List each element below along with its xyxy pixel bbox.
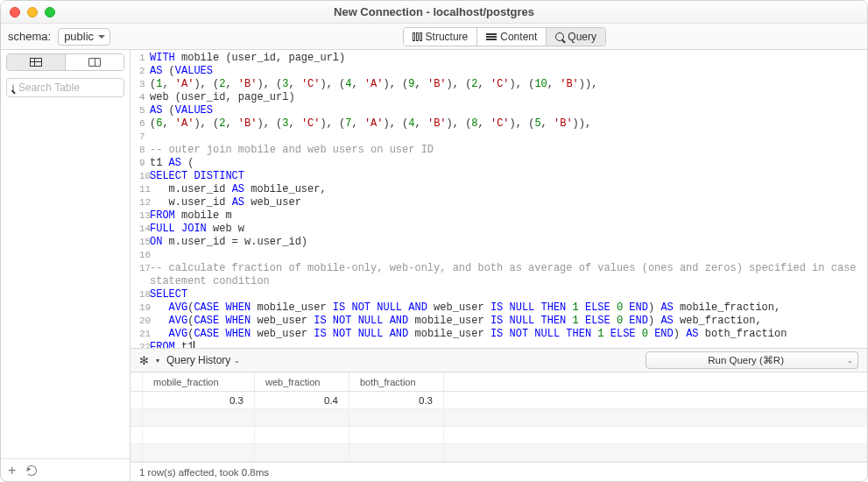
code-content[interactable]: SELECT DISTINCT — [150, 170, 867, 183]
table-icon — [30, 58, 42, 67]
sql-editor[interactable]: 1WITH mobile (user_id, page_url)2AS (VAL… — [131, 50, 867, 348]
sidebar-footer: + — [1, 458, 130, 481]
code-line[interactable]: 12 w.user_id AS web_user — [131, 196, 867, 209]
code-content[interactable]: web (user_id, page_url) — [150, 91, 867, 104]
code-content[interactable]: AVG(CASE WHEN web_user IS NOT NULL AND m… — [150, 328, 867, 341]
tab-content[interactable]: Content — [477, 28, 547, 46]
content-area: 1WITH mobile (user_id, page_url)2AS (VAL… — [131, 50, 867, 481]
code-content[interactable]: AS (VALUES — [150, 65, 867, 78]
tab-structure[interactable]: Structure — [404, 28, 478, 46]
code-content[interactable]: t1 AS ( — [150, 157, 867, 170]
query-history-label: Query History — [166, 354, 230, 366]
tab-query[interactable]: Query — [547, 28, 605, 46]
line-number: 7 — [131, 131, 150, 144]
table-cell[interactable]: 0.3 — [349, 392, 444, 408]
code-line[interactable]: 1WITH mobile (user_id, page_url) — [131, 52, 867, 65]
view-segment: Structure Content Query — [403, 27, 606, 46]
query-icon — [555, 32, 564, 41]
code-content[interactable]: FULL JOIN web w — [150, 223, 867, 236]
line-number: 19 — [131, 301, 150, 315]
code-line[interactable]: 14FULL JOIN web w — [131, 223, 867, 236]
code-line[interactable]: 20 AVG(CASE WHEN web_user IS NOT NULL AN… — [131, 315, 867, 328]
code-line[interactable]: 9t1 AS ( — [131, 157, 867, 170]
code-content[interactable]: (1, 'A'), (2, 'B'), (3, 'C'), (4, 'A'), … — [150, 78, 867, 91]
code-content[interactable]: SELECT — [150, 288, 867, 301]
code-line[interactable]: 19 AVG(CASE WHEN mobile_user IS NOT NULL… — [131, 301, 867, 315]
results-body: 0.30.40.3 — [131, 392, 867, 462]
search-icon — [12, 84, 14, 92]
code-line[interactable]: 15ON m.user_id = w.user_id) — [131, 236, 867, 249]
code-content[interactable]: AVG(CASE WHEN mobile_user IS NOT NULL AN… — [150, 301, 867, 315]
code-content[interactable]: -- outer join mobile and web users on us… — [150, 144, 867, 157]
code-content[interactable]: (6, 'A'), (2, 'B'), (3, 'C'), (7, 'A'), … — [150, 117, 867, 131]
code-content[interactable]: AS (VALUES — [150, 104, 867, 117]
refresh-button[interactable] — [26, 465, 37, 476]
add-button[interactable]: + — [8, 464, 16, 478]
code-line[interactable]: 2AS (VALUES — [131, 65, 867, 78]
chevron-down-icon[interactable]: ▾ — [156, 357, 159, 365]
close-icon[interactable] — [10, 7, 20, 18]
code-content[interactable]: FROM mobile m — [150, 209, 867, 223]
table-cell[interactable]: 0.3 — [143, 392, 255, 408]
line-number: 2 — [131, 65, 150, 78]
code-line[interactable]: 10SELECT DISTINCT — [131, 170, 867, 183]
sidebar-content — [1, 103, 130, 458]
sidebar-tab-bookmarks[interactable] — [65, 54, 123, 70]
line-number: 11 — [131, 183, 150, 196]
code-line[interactable]: 16 — [131, 249, 867, 262]
code-line[interactable]: 5AS (VALUES — [131, 104, 867, 117]
line-number: 16 — [131, 249, 150, 262]
line-number: 18 — [131, 288, 150, 301]
code-line[interactable]: 13FROM mobile m — [131, 209, 867, 223]
run-query-dropdown[interactable]: ⌄ — [843, 351, 858, 369]
toolbar: schema: public Structure Content Query — [1, 24, 867, 50]
code-content[interactable]: w.user_id AS web_user — [150, 196, 867, 209]
code-content[interactable]: ON m.user_id = w.user_id) — [150, 236, 867, 249]
sidebar-search[interactable] — [6, 78, 124, 97]
code-line[interactable]: 3(1, 'A'), (2, 'B'), (3, 'C'), (4, 'A'),… — [131, 78, 867, 91]
gear-icon[interactable]: ✻ — [139, 354, 149, 367]
line-number: 3 — [131, 78, 150, 91]
line-number: 22 — [131, 341, 150, 348]
code-line[interactable]: 11 m.user_id AS mobile_user, — [131, 183, 867, 196]
table-row — [131, 427, 867, 444]
line-number: 20 — [131, 315, 150, 328]
minimize-icon[interactable] — [27, 7, 38, 18]
line-number: 12 — [131, 196, 150, 209]
zoom-icon[interactable] — [45, 7, 55, 18]
code-content[interactable] — [150, 131, 867, 144]
code-line[interactable]: 6(6, 'A'), (2, 'B'), (3, 'C'), (7, 'A'),… — [131, 117, 867, 131]
window-title: New Connection - localhost/postgres — [1, 5, 867, 18]
table-cell[interactable]: 0.4 — [255, 392, 349, 408]
column-header[interactable]: mobile_fraction — [143, 372, 255, 391]
line-number: 6 — [131, 117, 150, 131]
sidebar-tab-tables[interactable] — [7, 54, 65, 70]
code-line[interactable]: 4web (user_id, page_url) — [131, 91, 867, 104]
code-content[interactable]: FROM t1 — [150, 341, 867, 348]
results-header: mobile_fractionweb_fractionboth_fraction — [131, 372, 867, 392]
code-line[interactable]: 7 — [131, 131, 867, 144]
code-content[interactable]: -- calculate fraction of mobile-only, we… — [150, 262, 867, 288]
code-line[interactable]: 17-- calculate fraction of mobile-only, … — [131, 262, 867, 288]
query-history-button[interactable]: Query History ⌄ — [166, 354, 240, 366]
column-header[interactable]: both_fraction — [349, 372, 444, 391]
run-query-button[interactable]: Run Query (⌘R) — [646, 351, 846, 369]
code-line[interactable]: 22FROM t1 — [131, 341, 867, 348]
line-number: 17 — [131, 262, 150, 288]
table-row[interactable]: 0.30.40.3 — [131, 392, 867, 409]
code-content[interactable]: WITH mobile (user_id, page_url) — [150, 52, 867, 65]
status-text: 1 row(s) affected, took 0.8ms — [139, 467, 269, 478]
content-icon — [486, 33, 497, 40]
main: + 1WITH mobile (user_id, page_url)2AS (V… — [1, 50, 867, 481]
schema-select[interactable]: public — [58, 28, 110, 46]
column-header[interactable]: web_fraction — [255, 372, 349, 391]
line-number: 5 — [131, 104, 150, 117]
code-line[interactable]: 8-- outer join mobile and web users on u… — [131, 144, 867, 157]
schema-label: schema: — [8, 30, 51, 43]
table-row — [131, 444, 867, 462]
code-content[interactable]: m.user_id AS mobile_user, — [150, 183, 867, 196]
code-line[interactable]: 18SELECT — [131, 288, 867, 301]
code-line[interactable]: 21 AVG(CASE WHEN web_user IS NOT NULL AN… — [131, 328, 867, 341]
code-content[interactable] — [150, 249, 867, 262]
code-content[interactable]: AVG(CASE WHEN web_user IS NOT NULL AND m… — [150, 315, 867, 328]
